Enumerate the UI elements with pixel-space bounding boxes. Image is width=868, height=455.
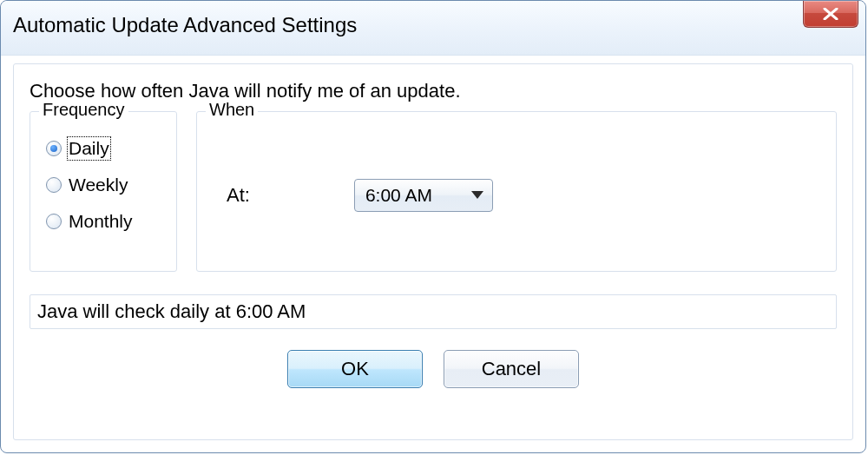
chevron-down-icon (471, 191, 483, 199)
ok-button[interactable]: OK (287, 350, 423, 388)
dialog-button-row: OK Cancel (30, 350, 837, 388)
titlebar: Automatic Update Advanced Settings (1, 1, 865, 56)
frequency-legend: Frequency (39, 100, 128, 120)
when-row: At: 6:00 AM (209, 131, 824, 259)
options-row: Frequency Daily Weekly Monthly When At: (30, 111, 837, 272)
frequency-option-label: Monthly (69, 211, 133, 232)
frequency-option-label: Weekly (69, 175, 128, 195)
time-dropdown-value: 6:00 AM (365, 185, 432, 206)
when-group: When At: 6:00 AM (196, 111, 837, 272)
radio-icon (46, 177, 62, 193)
radio-icon (46, 141, 62, 156)
cancel-button[interactable]: Cancel (444, 350, 579, 388)
time-dropdown[interactable]: 6:00 AM (354, 179, 493, 212)
instruction-text: Choose how often Java will notify me of … (30, 80, 837, 102)
window-close-button[interactable] (803, 1, 858, 28)
frequency-option-monthly[interactable]: Monthly (46, 211, 164, 232)
window-title: Automatic Update Advanced Settings (13, 13, 357, 37)
content-panel: Choose how often Java will notify me of … (13, 63, 853, 440)
when-at-label: At: (227, 184, 250, 207)
when-legend: When (206, 100, 258, 120)
frequency-option-daily[interactable]: Daily (46, 138, 164, 159)
close-icon (822, 8, 839, 20)
dialog-window: Automatic Update Advanced Settings Choos… (0, 0, 866, 453)
radio-icon (46, 214, 62, 229)
frequency-option-weekly[interactable]: Weekly (46, 175, 164, 195)
frequency-option-label: Daily (69, 138, 109, 159)
status-text: Java will check daily at 6:00 AM (30, 294, 837, 329)
frequency-group: Frequency Daily Weekly Monthly (30, 111, 177, 272)
